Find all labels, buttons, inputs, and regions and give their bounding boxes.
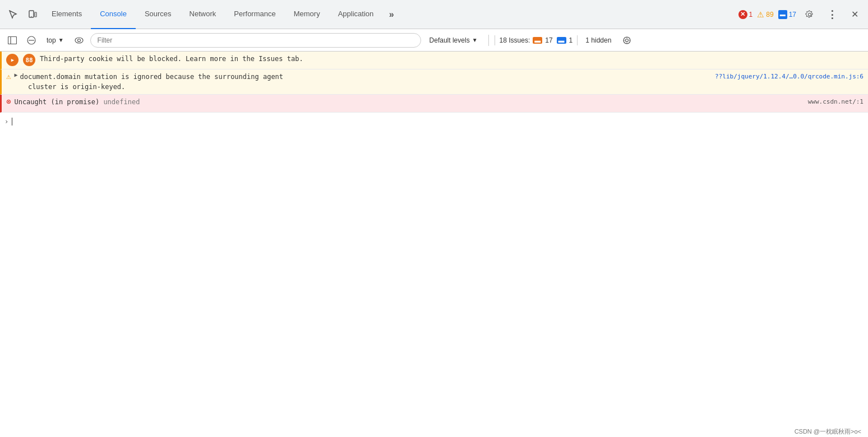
svg-point-2 [31, 16, 31, 16]
tab-performance[interactable]: Performance [225, 0, 284, 29]
tab-sources[interactable]: Sources [136, 0, 181, 29]
chevron-down-icon: ▼ [58, 37, 64, 43]
chevron-down-icon: ▼ [472, 37, 478, 43]
console-toolbar: top ▼ Default levels ▼ 18 Issues: ▬ 17 ▬… [0, 29, 868, 52]
issues-info-icon: ▬ [557, 37, 566, 44]
divider [488, 35, 489, 46]
warn-count-badge[interactable]: ⚠ 89 [757, 10, 773, 19]
promise-error-value: undefined [103, 98, 140, 106]
domain-warning-source[interactable]: ??lib/jquery/1.12.4/…0.0/qrcode.min.js:6 [715, 73, 864, 80]
more-options-button[interactable]: ⋮ [823, 6, 841, 24]
svg-point-7 [75, 38, 83, 43]
devtools-toolbar: Elements Console Sources Network Perform… [0, 0, 868, 29]
cookie-warning-text: Third-party cookie will be blocked. Lear… [40, 54, 864, 64]
prompt-chevron-icon: › [4, 118, 8, 125]
console-cursor[interactable] [12, 118, 12, 125]
info-count-badge[interactable]: ▬ 17 [778, 10, 796, 19]
svg-point-10 [626, 39, 629, 41]
promise-error-source[interactable]: www.csdn.net/:1 [797, 98, 864, 105]
filter-input[interactable] [90, 33, 421, 48]
eye-filter-button[interactable] [71, 32, 87, 48]
default-levels-selector[interactable]: Default levels ▼ [424, 35, 483, 46]
device-toolbar-button[interactable] [24, 6, 41, 24]
more-tabs-button[interactable]: » [382, 6, 400, 24]
error-circle-icon: ⊗ [6, 97, 11, 106]
tab-application[interactable]: Application [329, 0, 383, 29]
tab-memory[interactable]: Memory [285, 0, 329, 29]
hidden-count: 1 hidden [581, 36, 616, 44]
tab-list: Elements Console Sources Network Perform… [43, 0, 737, 29]
expand-cookie-icon[interactable] [6, 54, 19, 66]
console-content: 88 Third-party cookie will be blocked. L… [0, 52, 868, 437]
tab-network[interactable]: Network [181, 0, 225, 29]
tab-elements[interactable]: Elements [43, 0, 91, 29]
settings-button[interactable] [801, 6, 819, 24]
promise-error-main: Uncaught (in promise) [14, 98, 103, 106]
info-icon: ▬ [778, 10, 787, 19]
status-bar: CSDN @一枕眠秋雨>o< [788, 426, 868, 437]
error-count-badge[interactable]: ✕ 1 [738, 10, 753, 19]
close-devtools-button[interactable]: ✕ [846, 6, 864, 24]
issues-warn-icon: ▬ [533, 37, 542, 44]
cookie-warning-message: 88 Third-party cookie will be blocked. L… [0, 52, 868, 69]
toolbar-right: ✕ 1 ⚠ 89 ▬ 17 ⋮ ✕ [738, 6, 864, 24]
domain-warning-text: document.domain mutation is ignored beca… [20, 72, 710, 92]
svg-rect-1 [35, 12, 36, 17]
expand-domain-arrow[interactable]: ▶ [14, 72, 17, 78]
context-selector[interactable]: top ▼ [43, 35, 68, 46]
svg-rect-3 [8, 36, 17, 44]
svg-point-8 [77, 39, 80, 41]
inspect-element-button[interactable] [4, 6, 22, 24]
tab-console[interactable]: Console [91, 0, 136, 29]
clear-console-button[interactable] [24, 32, 39, 48]
promise-error-message: ⊗ Uncaught (in promise) undefined www.cs… [0, 95, 868, 113]
warning-triangle-icon: ⚠ [6, 72, 11, 81]
error-icon: ✕ [738, 10, 747, 19]
issues-badge[interactable]: 18 Issues: ▬ 17 ▬ 1 [495, 35, 578, 45]
cookie-count-badge: 88 [23, 54, 35, 66]
main-area: top ▼ Default levels ▼ 18 Issues: ▬ 17 ▬… [0, 29, 868, 437]
console-sidebar-button[interactable] [4, 32, 20, 48]
warning-icon: ⚠ [757, 10, 764, 19]
domain-warning-message: ⚠ ▶ document.domain mutation is ignored … [0, 69, 868, 95]
console-input-row: › [0, 113, 868, 131]
promise-error-text: Uncaught (in promise) undefined [14, 97, 796, 107]
issues-settings-button[interactable] [619, 32, 635, 48]
